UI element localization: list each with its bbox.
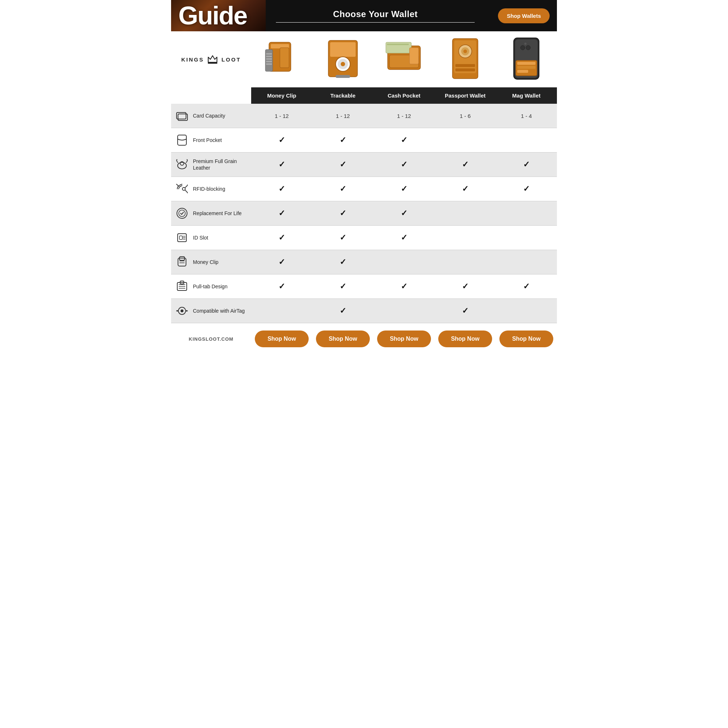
svg-point-35 — [520, 46, 525, 50]
shop-now-button-cash-pocket[interactable]: Shop Now — [377, 330, 431, 347]
feature-value-premium-leather-1: ✓ — [312, 153, 373, 177]
feature-value-pull-tab-3: ✓ — [434, 274, 496, 299]
shop-now-button-mag[interactable]: Shop Now — [499, 330, 553, 347]
feature-value-pull-tab-0: ✓ — [251, 274, 312, 299]
pocket-icon — [175, 133, 189, 147]
shop-now-button-passport[interactable]: Shop Now — [438, 330, 492, 347]
feature-value-front-pocket-2: ✓ — [373, 128, 434, 153]
column-header-row: Money Clip Trackable Cash Pocket Passpor… — [171, 87, 557, 104]
feature-value-replacement-2: ✓ — [373, 201, 434, 226]
feature-row-airtag: Compatible with AirTag✓✓ — [171, 299, 557, 323]
feature-value-rfid-blocking-0: ✓ — [251, 177, 312, 201]
feature-value-card-capacity-3: 1 - 6 — [434, 104, 496, 128]
svg-point-45 — [177, 208, 187, 219]
feature-value-replacement-3 — [434, 201, 496, 226]
col-header-passport: Passport Wallet — [434, 87, 496, 104]
svg-rect-4 — [265, 49, 273, 71]
footer-shop-cash-pocket[interactable]: Shop Now — [373, 323, 434, 355]
header-divider — [276, 22, 475, 23]
svg-point-26 — [463, 49, 467, 53]
feature-value-front-pocket-0: ✓ — [251, 128, 312, 153]
feature-value-rfid-blocking-3: ✓ — [434, 177, 496, 201]
bull-icon — [175, 158, 189, 171]
svg-rect-16 — [336, 75, 350, 78]
col-header-cash-pocket: Cash Pocket — [373, 87, 434, 104]
feature-label-rfid-blocking: RFID-blocking — [171, 177, 251, 201]
feature-value-rfid-blocking-1: ✓ — [312, 177, 373, 201]
feature-value-pull-tab-2: ✓ — [373, 274, 434, 299]
svg-rect-33 — [517, 66, 535, 69]
feature-value-money-clip-2 — [373, 250, 434, 274]
feature-value-airtag-3: ✓ — [434, 299, 496, 323]
feature-value-money-clip-0: ✓ — [251, 250, 312, 274]
feature-row-pull-tab: Pull-tab Design✓✓✓✓✓ — [171, 274, 557, 299]
svg-rect-7 — [266, 58, 272, 60]
crown-icon — [207, 54, 219, 64]
feature-value-airtag-0 — [251, 299, 312, 323]
airtag-icon — [175, 304, 189, 318]
feature-label-premium-leather: Premium Full Grain Leather — [171, 153, 251, 177]
feature-text-premium-leather: Premium Full Grain Leather — [193, 158, 248, 171]
svg-point-62 — [180, 309, 184, 312]
svg-line-43 — [177, 184, 179, 187]
feature-label-money-clip: Money Clip — [171, 250, 251, 274]
svg-rect-8 — [266, 61, 272, 62]
shop-now-button-trackable[interactable]: Shop Now — [316, 330, 370, 347]
svg-rect-48 — [179, 236, 182, 240]
svg-rect-1 — [208, 62, 217, 64]
clip-icon — [175, 255, 189, 269]
kings-loot-logo: KINGS LOOT — [180, 54, 242, 64]
feature-value-money-clip-4 — [496, 250, 557, 274]
shop-wallets-button[interactable]: Shop Wallets — [498, 8, 550, 23]
product-image-mag-wallet — [496, 31, 557, 87]
feature-row-rfid-blocking: RFID-blocking✓✓✓✓✓ — [171, 177, 557, 201]
feature-value-front-pocket-3 — [434, 128, 496, 153]
feature-value-id-slot-0: ✓ — [251, 226, 312, 250]
rfid-icon — [175, 182, 189, 196]
svg-rect-32 — [517, 62, 535, 65]
svg-point-65 — [177, 310, 178, 312]
feature-value-airtag-4 — [496, 299, 557, 323]
shop-now-button-money-clip[interactable]: Shop Now — [255, 330, 309, 347]
svg-rect-9 — [266, 63, 272, 65]
product-image-row: KINGS LOOT — [171, 31, 557, 87]
feature-value-replacement-1: ✓ — [312, 201, 373, 226]
guide-title: Guide — [178, 3, 258, 28]
feature-text-airtag: Compatible with AirTag — [193, 307, 245, 314]
feature-label-pull-tab: Pull-tab Design — [171, 274, 251, 299]
feature-value-front-pocket-4 — [496, 128, 557, 153]
feature-row-replacement: Replacement For Life✓✓✓ — [171, 201, 557, 226]
feature-value-money-clip-1: ✓ — [312, 250, 373, 274]
wallet-img-passport — [442, 35, 489, 82]
feature-value-id-slot-1: ✓ — [312, 226, 373, 250]
footer-shop-trackable[interactable]: Shop Now — [312, 323, 373, 355]
feature-label-front-pocket: Front Pocket — [171, 128, 251, 153]
feature-row-id-slot: ID Slot✓✓✓ — [171, 226, 557, 250]
pulltab-icon — [175, 280, 189, 294]
feature-value-front-pocket-1: ✓ — [312, 128, 373, 153]
id-icon — [175, 231, 189, 245]
feature-row-card-capacity: Card Capacity1 - 121 - 121 - 121 - 61 - … — [171, 104, 557, 128]
footer-row: KINGSLOOT.COM Shop Now Shop Now Shop Now… — [171, 323, 557, 355]
wallet-img-trackable — [319, 35, 367, 82]
svg-rect-34 — [517, 70, 528, 73]
feature-label-id-slot: ID Slot — [171, 226, 251, 250]
feature-text-front-pocket: Front Pocket — [193, 137, 222, 144]
feature-value-premium-leather-3: ✓ — [434, 153, 496, 177]
product-image-passport-wallet — [434, 31, 496, 87]
footer-shop-passport[interactable]: Shop Now — [434, 323, 496, 355]
product-image-cash-pocket — [373, 31, 434, 87]
feature-text-money-clip: Money Clip — [193, 259, 219, 265]
badge-icon — [175, 206, 189, 220]
footer-shop-money-clip[interactable]: Shop Now — [251, 323, 312, 355]
feature-value-id-slot-4 — [496, 226, 557, 250]
svg-point-36 — [526, 46, 530, 50]
feature-text-id-slot: ID Slot — [193, 234, 208, 241]
feature-value-card-capacity-4: 1 - 4 — [496, 104, 557, 128]
feature-row-money-clip: Money Clip✓✓ — [171, 250, 557, 274]
svg-rect-6 — [266, 56, 272, 57]
footer-shop-mag[interactable]: Shop Now — [496, 323, 557, 355]
feature-label-airtag: Compatible with AirTag — [171, 299, 251, 323]
feature-value-card-capacity-1: 1 - 12 — [312, 104, 373, 128]
feature-label-card-capacity: Card Capacity — [171, 104, 251, 128]
